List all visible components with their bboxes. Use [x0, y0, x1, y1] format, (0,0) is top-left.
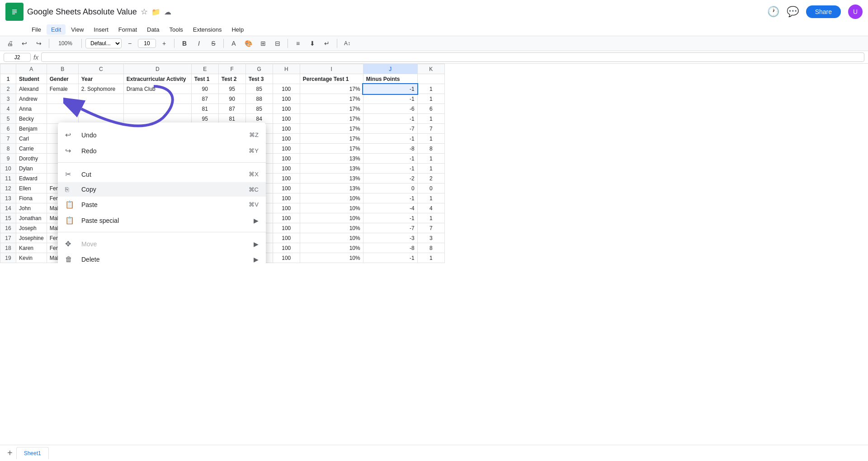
menu-item-copy[interactable]: ⎘ Copy ⌘C [58, 182, 266, 197]
cell-e3[interactable]: 87 [191, 94, 218, 104]
cell-i6[interactable]: 17% [300, 124, 363, 134]
cell-i4[interactable]: 17% [300, 104, 363, 114]
cell-i9[interactable]: 13% [300, 154, 363, 164]
cell-i8[interactable]: 17% [300, 144, 363, 154]
cell-h11[interactable]: 100 [273, 174, 300, 183]
cell-d2[interactable]: Drama Club [123, 84, 191, 94]
font-family-select[interactable]: Defaul... [85, 38, 122, 48]
cell-f1[interactable]: Test 2 [218, 74, 245, 84]
menu-item-delete[interactable]: 🗑 Delete ▶ [58, 252, 266, 263]
cell-a18[interactable]: Karen [16, 243, 47, 253]
font-plus-button[interactable]: + [158, 38, 170, 49]
cell-j15[interactable]: -1 [363, 213, 417, 223]
menu-item-move[interactable]: ✥ Move ▶ [58, 236, 266, 252]
cell-k1[interactable] [417, 74, 444, 84]
folder-icon[interactable]: 📁 [151, 8, 160, 16]
cell-i5[interactable]: 17% [300, 114, 363, 124]
cell-i14[interactable]: 10% [300, 203, 363, 213]
comments-icon[interactable]: 💬 [787, 6, 799, 18]
cell-j13[interactable]: -1 [363, 193, 417, 203]
cell-g2[interactable]: 85 [245, 84, 273, 94]
zoom-button[interactable]: 100% [53, 38, 78, 48]
cell-j16[interactable]: -7 [363, 223, 417, 233]
cell-k8[interactable]: 8 [417, 144, 444, 154]
cell-k7[interactable]: 1 [417, 134, 444, 144]
formula-input[interactable] [41, 52, 864, 62]
cell-i15[interactable]: 10% [300, 213, 363, 223]
cell-h6[interactable]: 100 [273, 124, 300, 134]
font-size-input[interactable] [138, 39, 156, 48]
undo-button[interactable]: ↩ [18, 38, 31, 49]
cell-j8[interactable]: -8 [363, 144, 417, 154]
cell-k5[interactable]: 1 [417, 114, 444, 124]
cell-i11[interactable]: 13% [300, 174, 363, 183]
star-icon[interactable]: ☆ [141, 7, 148, 17]
borders-button[interactable]: ⊞ [257, 38, 269, 49]
cell-k15[interactable]: 1 [417, 213, 444, 223]
menu-edit[interactable]: Edit [47, 24, 66, 35]
cell-i12[interactable]: 13% [300, 183, 363, 193]
cell-a9[interactable]: Dorothy [16, 154, 47, 164]
cell-a11[interactable]: Edward [16, 174, 47, 183]
cell-e2[interactable]: 90 [191, 84, 218, 94]
cell-a8[interactable]: Carrie [16, 144, 47, 154]
col-header-i[interactable]: I [300, 64, 363, 74]
menu-item-cut[interactable]: ✂ Cut ⌘X [58, 166, 266, 182]
menu-file[interactable]: File [27, 24, 46, 35]
cell-k4[interactable]: 6 [417, 104, 444, 114]
cell-j14[interactable]: -4 [363, 203, 417, 213]
add-sheet-button[interactable]: + [4, 447, 16, 459]
cell-i17[interactable]: 10% [300, 233, 363, 243]
menu-extensions[interactable]: Extensions [189, 24, 226, 35]
share-button[interactable]: Share [806, 5, 841, 18]
sheet-tab-sheet1[interactable]: Sheet1 [16, 447, 49, 459]
cell-k17[interactable]: 3 [417, 233, 444, 243]
cell-a12[interactable]: Ellen [16, 183, 47, 193]
cell-reference-input[interactable] [4, 53, 31, 62]
cell-k14[interactable]: 4 [417, 203, 444, 213]
cell-h14[interactable]: 100 [273, 203, 300, 213]
col-header-b[interactable]: B [47, 64, 78, 74]
menu-item-paste-special[interactable]: 📋 Paste special ▶ [58, 212, 266, 228]
cell-a16[interactable]: Joseph [16, 223, 47, 233]
cell-i16[interactable]: 10% [300, 223, 363, 233]
cell-h10[interactable]: 100 [273, 164, 300, 174]
wrap-button[interactable]: ↵ [321, 38, 333, 49]
cell-a13[interactable]: Fiona [16, 193, 47, 203]
cell-j3[interactable]: -1 [363, 94, 417, 104]
cell-j9[interactable]: -1 [363, 154, 417, 164]
cell-f4[interactable]: 87 [218, 104, 245, 114]
cell-a7[interactable]: Carl [16, 134, 47, 144]
col-header-d[interactable]: D [123, 64, 191, 74]
col-header-g[interactable]: G [245, 64, 273, 74]
cell-a5[interactable]: Becky [16, 114, 47, 124]
cell-e4[interactable]: 81 [191, 104, 218, 114]
col-header-f[interactable]: F [218, 64, 245, 74]
cell-a15[interactable]: Jonathan [16, 213, 47, 223]
cell-h17[interactable]: 100 [273, 233, 300, 243]
col-header-k[interactable]: K [417, 64, 444, 74]
cell-b2[interactable]: Female [47, 84, 78, 94]
print-button[interactable]: 🖨 [4, 38, 16, 49]
valign-button[interactable]: ⬇ [306, 38, 319, 49]
cell-k6[interactable]: 7 [417, 124, 444, 134]
redo-button[interactable]: ↪ [33, 38, 45, 49]
cell-i13[interactable]: 10% [300, 193, 363, 203]
cell-h18[interactable]: 100 [273, 243, 300, 253]
cell-k13[interactable]: 1 [417, 193, 444, 203]
merge-button[interactable]: ⊟ [271, 38, 284, 49]
cell-j12[interactable]: 0 [363, 183, 417, 193]
cell-k9[interactable]: 1 [417, 154, 444, 164]
cell-f3[interactable]: 90 [218, 94, 245, 104]
cell-f2[interactable]: 95 [218, 84, 245, 94]
cell-j1[interactable]: Minus Points [363, 74, 417, 84]
cloud-icon[interactable]: ☁ [164, 8, 171, 16]
cell-k3[interactable]: 1 [417, 94, 444, 104]
cell-h13[interactable]: 100 [273, 193, 300, 203]
cell-h12[interactable]: 100 [273, 183, 300, 193]
col-header-h[interactable]: H [273, 64, 300, 74]
cell-b3[interactable] [47, 94, 78, 104]
cell-a10[interactable]: Dylan [16, 164, 47, 174]
cell-j17[interactable]: -3 [363, 233, 417, 243]
align-button[interactable]: ≡ [292, 38, 304, 49]
